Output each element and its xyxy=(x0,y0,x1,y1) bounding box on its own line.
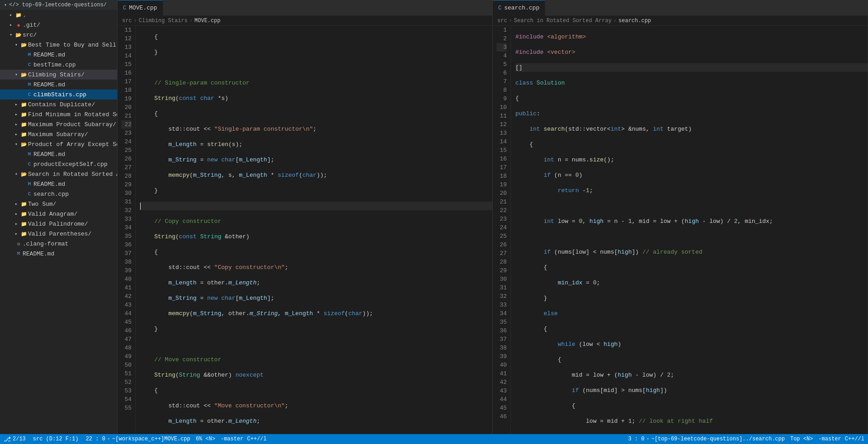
sidebar-item-bst-readme[interactable]: ▸ M README.md xyxy=(0,50,117,60)
code-area-right[interactable]: 1 2 3 4 5 6 7 8 9 10 11 12 13 14 15 16 1 xyxy=(493,26,868,434)
sidebar-item-clang[interactable]: ▸ ⚙ .clang-format xyxy=(0,239,117,249)
code-line: m_Length = other.m_Length; xyxy=(140,279,492,287)
sidebar-label-twosum: Two Sum/ xyxy=(28,201,56,208)
findmin-folder-icon: 📁 xyxy=(20,112,28,118)
sidebar-item-search[interactable]: ▾ 📂 Search in Rotated Sorted Array/ xyxy=(0,169,117,179)
sidebar-label-src: src/ xyxy=(23,32,37,38)
status-branch-icon-left: ⎇ xyxy=(4,435,11,443)
code-line: class Solution xyxy=(515,79,868,87)
sidebar-item-anagram[interactable]: ▸ 📁 Valid Anagram/ xyxy=(0,209,117,219)
main-container: ▾ </> top-69-leetcode-questions/ ▸ 📁 . ▸… xyxy=(0,0,868,434)
code-line: public: xyxy=(515,109,868,118)
sidebar-item-git[interactable]: ▸ ◆ .git/ xyxy=(0,20,117,30)
sidebar-item-prodexcept[interactable]: ▾ 📂 Product of Array Except Self/ xyxy=(0,139,117,149)
sidebar-item-climbing-readme[interactable]: ▸ M README.md xyxy=(0,80,117,90)
status-git-left[interactable]: ⎇ 2/13 xyxy=(0,434,29,444)
sidebar-item-climbing[interactable]: ▾ 📂 Climbing Stairs/ xyxy=(0,70,117,80)
code-line: std::cout << "Move constructor\n"; xyxy=(140,401,492,410)
status-scroll-left: 6% <N> xyxy=(196,436,215,442)
bst-cpp-icon: C xyxy=(25,62,33,67)
contains-folder-icon: 📁 xyxy=(20,102,28,108)
sidebar-root[interactable]: ▾ </> top-69-leetcode-questions/ xyxy=(0,0,117,10)
sidebar-item-search-readme[interactable]: ▸ M README.md xyxy=(0,179,117,189)
status-right[interactable]: 3 : 0 - ~[top-69-leetcode-questions]../s… xyxy=(624,434,868,444)
climbing-readme-icon: M xyxy=(25,82,33,87)
sidebar-item-maxsub[interactable]: ▸ 📁 Maximum Subarray/ xyxy=(0,129,117,139)
code-line: if (n == 0) xyxy=(515,171,868,179)
status-pos-text-left: 22 : 0 xyxy=(86,436,105,442)
code-line: low = mid + 1; // look at right half xyxy=(515,417,868,425)
sidebar-item-climbstairs-cpp[interactable]: ▸ C climbStairs.cpp xyxy=(0,90,117,99)
code-line: { xyxy=(515,401,868,410)
code-line: } xyxy=(515,294,868,302)
code-line: m_String = new char[m_Length]; xyxy=(140,294,492,302)
sidebar-item-readme[interactable]: ▸ M README.md xyxy=(0,249,117,259)
line-numbers-right: 1 2 3 4 5 6 7 8 9 10 11 12 13 14 15 16 1 xyxy=(493,26,511,434)
sidebar-item-findmin[interactable]: ▸ 📁 Find Minimum in Rotated Sorte… xyxy=(0,109,117,119)
code-line: { xyxy=(515,140,868,149)
editor-right: C search.cpp src › Search in Rotated Sor… xyxy=(493,0,868,434)
sidebar-item-bst[interactable]: ▾ 📂 Best Time to Buy and Sell Stock/ xyxy=(0,40,117,50)
tab-search-cpp[interactable]: C search.cpp xyxy=(493,0,545,16)
code-line: #include <vector> xyxy=(515,48,868,57)
status-src-left[interactable]: src (D:12 F:1) xyxy=(29,434,82,444)
breadcrumb-sep2: › xyxy=(189,18,193,24)
src-folder-icon: 📂 xyxy=(14,32,23,38)
sidebar-item-prodexcept-cpp[interactable]: ▸ C productExceptSelf.cpp xyxy=(0,159,117,169)
code-line: m_Length = strlen(s); xyxy=(140,140,492,149)
code-line xyxy=(515,232,868,241)
code-line: mid = low + (high - low) / 2; xyxy=(515,371,868,379)
prodexcept-readme-icon: M xyxy=(25,151,33,157)
bst-folder-icon: 📂 xyxy=(20,42,28,48)
breadcrumb-sep4: › xyxy=(613,18,617,24)
sidebar-item-contains[interactable]: ▸ 📁 Contains Duplicate/ xyxy=(0,99,117,109)
code-line-cursor: [] xyxy=(515,63,868,72)
code-line: String(String &&other) noexcept xyxy=(140,371,492,379)
status-scroll-right: Top <N> xyxy=(790,436,813,442)
status-dash1: - xyxy=(107,436,110,442)
sidebar-label-climbstairs-cpp: climbStairs.cpp xyxy=(33,91,86,98)
code-line: } xyxy=(140,325,492,333)
tab-move-cpp[interactable]: C MOVE.cpp xyxy=(118,0,163,16)
sidebar-item-parentheses[interactable]: ▸ 📁 Valid Parentheses/ xyxy=(0,229,117,239)
sidebar-item-dot[interactable]: ▸ 📁 . xyxy=(0,10,117,20)
code-area-left[interactable]: 11 12 13 14 15 16 17 18 19 20 21 22 23 2… xyxy=(118,26,492,434)
sidebar-item-search-cpp[interactable]: ▸ C search.cpp xyxy=(0,189,117,199)
twosum-folder-icon: 📁 xyxy=(20,201,28,207)
status-dash2: - xyxy=(646,436,649,442)
sidebar-item-maxprod[interactable]: ▸ 📁 Maximum Product Subarray/ xyxy=(0,119,117,129)
editor-left: C MOVE.cpp src › Climbing Stairs › MOVE.… xyxy=(118,0,493,434)
sidebar-item-prodexcept-readme[interactable]: ▸ M README.md xyxy=(0,149,117,159)
root-label: </> top-69-leetcode-questions/ xyxy=(9,2,107,8)
search-cpp-icon: C xyxy=(25,191,33,197)
sidebar: ▾ </> top-69-leetcode-questions/ ▸ 📁 . ▸… xyxy=(0,0,118,434)
readme-icon: M xyxy=(14,251,23,256)
sidebar-label-git: .git/ xyxy=(23,22,40,28)
sidebar-item-palindrome[interactable]: ▸ 📁 Valid Palindrome/ xyxy=(0,219,117,229)
sidebar-label-dot: . xyxy=(23,12,26,19)
code-line: String(const String &other) xyxy=(140,232,492,241)
sidebar-label-palindrome: Valid Palindrome/ xyxy=(28,221,88,227)
breadcrumb-right-folder: Search in Rotated Sorted Array xyxy=(514,18,612,24)
sidebar-item-twosum[interactable]: ▸ 📁 Two Sum/ xyxy=(0,199,117,209)
tab-search-cpp-icon: C xyxy=(498,5,501,11)
code-line: { xyxy=(140,33,492,41)
sidebar-item-src[interactable]: ▾ 📂 src/ xyxy=(0,30,117,40)
maxprod-folder-icon: 📁 xyxy=(20,122,28,128)
status-position-left[interactable]: 22 : 0 - ~[workspace_c++]MOVE.cpp 6% <N>… xyxy=(82,434,270,444)
code-line: std::cout << "Single-param constructor\n… xyxy=(140,125,492,133)
code-line: else xyxy=(515,309,868,318)
code-line: return -1; xyxy=(515,186,868,195)
code-line: } xyxy=(140,48,492,57)
code-line: std::cout << "Copy constructor\n"; xyxy=(140,263,492,272)
sidebar-label-findmin: Find Minimum in Rotated Sorte… xyxy=(28,111,118,118)
status-lang-left: C++//l xyxy=(247,436,267,442)
sidebar-item-bst-cpp[interactable]: ▸ C bestTime.cpp xyxy=(0,60,117,70)
code-line xyxy=(140,63,492,72)
code-line: int low = 0, high = n - 1, mid = low + (… xyxy=(515,217,868,226)
code-line: if (nums[low] < nums[high]) // already s… xyxy=(515,248,868,256)
sidebar-label-climbing: Climbing Stairs/ xyxy=(28,71,85,78)
line-numbers-left: 11 12 13 14 15 16 17 18 19 20 21 22 23 2… xyxy=(118,26,136,434)
code-line: { xyxy=(140,248,492,256)
sidebar-label-search: Search in Rotated Sorted Array/ xyxy=(28,171,118,178)
